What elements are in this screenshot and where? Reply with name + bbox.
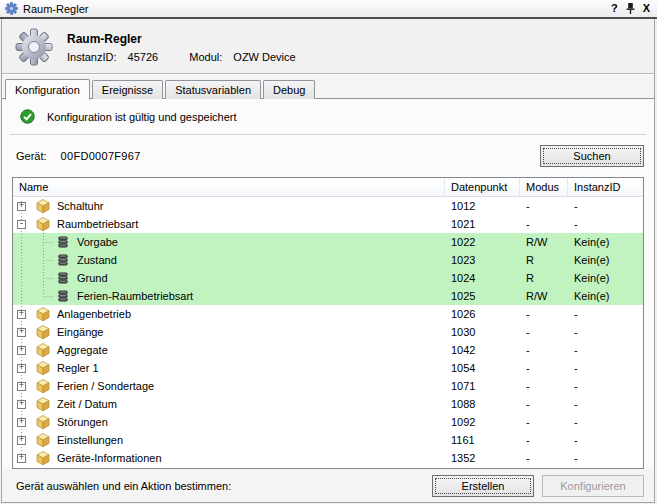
tab-konfiguration[interactable]: Konfiguration	[5, 79, 90, 100]
close-button[interactable]: X	[643, 2, 650, 15]
expand-toggle-icon[interactable]: -	[17, 220, 26, 229]
tab-ereignisse[interactable]: Ereignisse	[92, 80, 163, 99]
row-datenpunkt: 1092	[445, 413, 520, 431]
row-modus: R	[520, 251, 568, 269]
expand-toggle-icon[interactable]: +	[17, 436, 26, 445]
tree-connector	[17, 269, 55, 287]
datapoint-icon	[55, 270, 71, 286]
row-instanzid: -	[568, 359, 643, 377]
instanzid-value: 45726	[128, 51, 159, 63]
table-row[interactable]: +	[13, 377, 643, 395]
table-row[interactable]: +	[13, 395, 643, 413]
row-instanzid: Kein(e)	[568, 251, 643, 269]
row-modus: -	[520, 359, 568, 377]
table-row[interactable]: +	[13, 197, 643, 215]
expand-toggle-icon[interactable]: +	[17, 328, 26, 337]
expand-toggle-icon[interactable]: +	[17, 364, 26, 373]
row-datenpunkt: 1023	[445, 251, 520, 269]
row-instanzid: -	[568, 377, 643, 395]
row-modus: -	[520, 395, 568, 413]
table-rows: +	[13, 197, 643, 468]
table-row[interactable]: +	[13, 449, 643, 467]
header: Raum-Regler InstanzID: 45726 Modul: OZW …	[2, 19, 654, 73]
row-instanzid: -	[568, 431, 643, 449]
datapoint-icon	[55, 288, 71, 304]
row-datenpunkt: 1012	[445, 197, 520, 215]
row-modus: -	[520, 431, 568, 449]
tabstrip: Konfiguration Ereignisse Statusvariablen…	[2, 75, 654, 99]
check-circle-icon	[20, 109, 35, 124]
row-modus: -	[520, 341, 568, 359]
help-button[interactable]: ?	[611, 2, 618, 15]
row-modus: -	[520, 449, 568, 467]
row-modus: -	[520, 197, 568, 215]
column-header-instanzid[interactable]: InstanzID	[568, 178, 643, 196]
row-instanzid: -	[568, 395, 643, 413]
row-datenpunkt: 1054	[445, 359, 520, 377]
table-row[interactable]: +	[13, 359, 643, 377]
table-row[interactable]: +	[13, 431, 643, 449]
table-row[interactable]: +	[13, 323, 643, 341]
action-hint-label: Gerät auswählen und ein Aktion bestimmen…	[16, 480, 231, 492]
table-row[interactable]: Ferien-Raumbetriebsart 1025 R/W Kein(e)	[13, 287, 643, 305]
table-header: Name Datenpunkt Modus InstanzID	[13, 178, 643, 197]
row-name: Vorgabe	[77, 233, 118, 251]
row-name: Anlagenbetrieb	[57, 305, 131, 323]
row-modus: R/W	[520, 287, 568, 305]
row-datenpunkt: 1088	[445, 395, 520, 413]
search-button[interactable]: Suchen	[540, 145, 644, 167]
row-modus: R/W	[520, 233, 568, 251]
create-button[interactable]: Erstellen	[432, 475, 534, 497]
titlebar[interactable]: Raum-Regler ? X	[0, 0, 657, 19]
package-icon	[35, 378, 51, 394]
datapoint-table: Name Datenpunkt Modus InstanzID +	[12, 177, 644, 469]
pin-button[interactable]	[625, 2, 636, 15]
row-name: Zustand	[77, 251, 117, 269]
row-datenpunkt: 1024	[445, 269, 520, 287]
table-row[interactable]: +	[13, 341, 643, 359]
row-datenpunkt: 1071	[445, 377, 520, 395]
expand-toggle-icon[interactable]: +	[17, 310, 26, 319]
device-row: Gerät: 00FD0007F967 Suchen	[2, 135, 654, 177]
table-row[interactable]: Vorgabe 1022 R/W Kein(e)	[13, 233, 643, 251]
package-icon	[35, 360, 51, 376]
device-id: 00FD0007F967	[61, 150, 141, 162]
status-message: Konfiguration ist gültig und gespeichert	[47, 111, 237, 123]
tab-statusvariablen[interactable]: Statusvariablen	[165, 80, 261, 99]
package-icon	[35, 198, 51, 214]
window-title: Raum-Regler	[23, 3, 611, 15]
expand-toggle-icon[interactable]: +	[17, 400, 26, 409]
tab-debug[interactable]: Debug	[263, 80, 315, 99]
expand-toggle-icon[interactable]: +	[17, 418, 26, 427]
row-instanzid: Kein(e)	[568, 287, 643, 305]
expand-toggle-icon[interactable]: +	[17, 202, 26, 211]
row-modus: -	[520, 377, 568, 395]
package-icon	[35, 342, 51, 358]
row-datenpunkt: 1025	[445, 287, 520, 305]
row-datenpunkt: 1042	[445, 341, 520, 359]
table-row[interactable]: +	[13, 305, 643, 323]
table-row[interactable]: +	[13, 413, 643, 431]
row-name: Raumbetriebsart	[57, 215, 138, 233]
package-icon	[35, 450, 51, 466]
column-header-modus[interactable]: Modus	[520, 178, 568, 196]
row-name: Aggregate	[57, 341, 108, 359]
row-name: Schaltuhr	[57, 197, 103, 215]
raum-regler-panel: Raum-Regler ? X	[0, 0, 657, 504]
table-row[interactable]: Grund 1024 R Kein(e)	[13, 269, 643, 287]
expand-toggle-icon[interactable]: +	[17, 382, 26, 391]
row-datenpunkt: 1352	[445, 449, 520, 467]
row-name: Störungen	[57, 413, 108, 431]
row-modus: -	[520, 215, 568, 233]
configure-button[interactable]: Konfigurieren	[542, 475, 644, 497]
expand-toggle-icon[interactable]: +	[17, 346, 26, 355]
expand-toggle-icon[interactable]: +	[17, 454, 26, 463]
column-header-name[interactable]: Name	[13, 178, 445, 196]
table-row[interactable]: -	[13, 215, 643, 233]
table-row[interactable]: Zustand 1023 R Kein(e)	[13, 251, 643, 269]
tree-connector	[17, 251, 55, 269]
row-modus: -	[520, 305, 568, 323]
modul-value: OZW Device	[233, 51, 295, 63]
column-header-datenpunkt[interactable]: Datenpunkt	[445, 178, 520, 196]
row-datenpunkt: 1022	[445, 233, 520, 251]
